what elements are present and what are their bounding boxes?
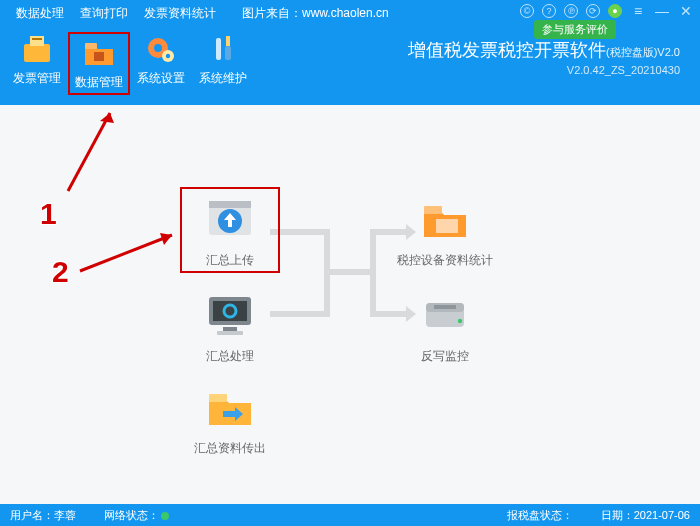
connector <box>330 269 370 275</box>
tool-label: 系统设置 <box>137 70 185 87</box>
svg-rect-21 <box>217 331 243 335</box>
net-dot-icon <box>161 512 169 520</box>
tool-label: 数据管理 <box>75 74 123 91</box>
svg-rect-0 <box>24 44 50 62</box>
watermark: 图片来自：www.chaolen.cn <box>242 5 389 22</box>
svg-rect-3 <box>85 43 97 49</box>
gear-icon <box>144 32 178 66</box>
node-label: 汇总处理 <box>206 349 254 363</box>
tool-label: 系统维护 <box>199 70 247 87</box>
svg-rect-26 <box>209 394 227 402</box>
window-controls: © ? ℗ ⟳ ● ≡ — ✕ <box>520 4 694 18</box>
svg-rect-16 <box>436 219 458 233</box>
canvas: 汇总上传 税控设备资料统计 汇总处理 反写监控 汇总资料传出 <box>0 105 700 504</box>
title-version: V2.0.42_ZS_20210430 <box>408 64 680 76</box>
folder-data-icon <box>82 36 116 70</box>
hdd-icon <box>418 289 472 343</box>
svg-rect-20 <box>223 327 237 331</box>
node-label: 税控设备资料统计 <box>397 253 493 267</box>
settings-bars-icon[interactable]: ≡ <box>630 4 646 18</box>
svg-rect-15 <box>424 206 442 214</box>
svg-marker-30 <box>160 233 172 245</box>
node-label: 汇总资料传出 <box>194 441 266 455</box>
node-export[interactable]: 汇总资料传出 <box>180 381 280 455</box>
badge-copyright-icon[interactable]: © <box>520 4 534 18</box>
tool-label: 发票管理 <box>13 70 61 87</box>
arrow-1 <box>60 99 130 199</box>
badge-help-icon[interactable]: ? <box>542 4 556 18</box>
node-upload[interactable]: 汇总上传 <box>180 187 280 273</box>
menu-data[interactable]: 数据处理 <box>8 1 72 26</box>
status-net: 网络状态： <box>104 508 169 523</box>
node-label: 汇总上传 <box>206 253 254 267</box>
monitor-icon <box>203 289 257 343</box>
badge-refresh-icon[interactable]: ⟳ <box>586 4 600 18</box>
tool-settings[interactable]: 系统设置 <box>130 32 192 87</box>
status-tax: 报税盘状态： <box>507 508 573 523</box>
status-bar: 用户名：李蓉 网络状态： 报税盘状态： 日期：2021-07-06 <box>0 504 700 526</box>
status-date: 日期：2021-07-06 <box>601 508 690 523</box>
annotation-1: 1 <box>40 197 57 231</box>
close-icon[interactable]: ✕ <box>678 4 694 18</box>
title-edition: (税控盘版)V2.0 <box>606 46 680 58</box>
svg-rect-10 <box>226 36 230 46</box>
svg-rect-11 <box>225 46 231 60</box>
title-main: 增值税发票税控开票软件 <box>408 40 606 60</box>
minimize-icon[interactable]: — <box>654 4 670 18</box>
folder-device-icon <box>418 193 472 247</box>
tools-icon <box>206 32 240 66</box>
badge-user-icon[interactable]: ● <box>608 4 622 18</box>
node-label: 反写监控 <box>421 349 469 363</box>
eval-badge[interactable]: 参与服务评价 <box>534 20 616 39</box>
invoice-icon <box>20 32 54 66</box>
menu-stats[interactable]: 发票资料统计 <box>136 1 224 26</box>
tool-invoice[interactable]: 发票管理 <box>6 32 68 87</box>
node-device[interactable]: 税控设备资料统计 <box>395 193 495 267</box>
svg-rect-2 <box>32 38 42 40</box>
svg-point-25 <box>458 319 462 323</box>
svg-line-29 <box>80 235 172 271</box>
badge-p-icon[interactable]: ℗ <box>564 4 578 18</box>
arrow-2 <box>76 225 186 285</box>
svg-point-8 <box>166 54 170 58</box>
node-monitor[interactable]: 反写监控 <box>395 289 495 363</box>
app-window: 数据处理 查询打印 发票资料统计 图片来自：www.chaolen.cn © ?… <box>0 0 700 526</box>
svg-rect-1 <box>30 36 44 46</box>
tool-maintain[interactable]: 系统维护 <box>192 32 254 87</box>
node-process[interactable]: 汇总处理 <box>180 289 280 363</box>
tool-data[interactable]: 数据管理 <box>68 32 130 95</box>
svg-line-27 <box>68 113 110 191</box>
svg-rect-13 <box>209 201 251 208</box>
connector <box>370 229 376 317</box>
annotation-2: 2 <box>52 255 69 289</box>
svg-rect-24 <box>434 305 456 309</box>
svg-rect-4 <box>94 52 104 61</box>
folder-export-icon <box>203 381 257 435</box>
globe-upload-icon <box>203 193 257 247</box>
status-user: 用户名：李蓉 <box>10 508 76 523</box>
svg-point-6 <box>154 44 162 52</box>
svg-marker-28 <box>100 113 114 123</box>
header: 数据处理 查询打印 发票资料统计 图片来自：www.chaolen.cn © ?… <box>0 0 700 105</box>
menu-print[interactable]: 查询打印 <box>72 1 136 26</box>
svg-rect-9 <box>216 38 221 60</box>
